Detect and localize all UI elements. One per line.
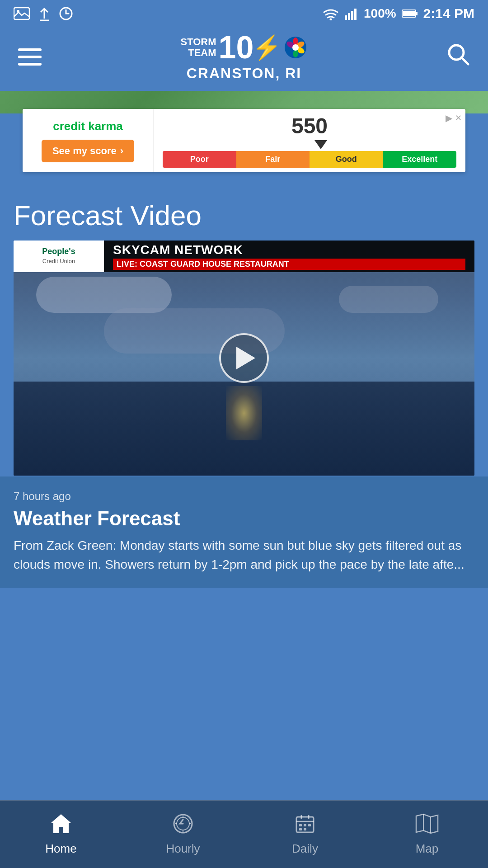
peoples-logo-container: People's Credit Union (14, 241, 104, 272)
bottom-nav-spacer (0, 588, 488, 656)
peoples-name: People's (42, 247, 75, 256)
wifi-icon (322, 7, 339, 20)
hamburger-line-3 (18, 63, 42, 66)
status-bar-icons (14, 6, 73, 21)
home-icon-svg (50, 813, 72, 834)
svg-rect-6 (345, 15, 347, 20)
home-icon (50, 813, 72, 839)
play-triangle-icon (236, 347, 255, 369)
app-header: STORM TEAM 10 ⚡ CRANSTON, RI (0, 27, 488, 91)
article-title: Weather Forecast (14, 507, 474, 530)
ad-close-button[interactable]: ▶ ✕ (446, 113, 462, 123)
svg-marker-23 (51, 814, 71, 833)
credit-karma-logo: credit karma (53, 119, 123, 133)
forecast-title: Forecast Video (14, 199, 474, 231)
bottom-navigation: Home Hourly (0, 800, 488, 868)
nav-map-label: Map (416, 842, 439, 856)
svg-point-5 (329, 19, 332, 21)
svg-rect-0 (14, 8, 29, 19)
see-score-button[interactable]: See my score › (42, 140, 134, 162)
forecast-section: Forecast Video People's Credit Union SKY… (0, 177, 488, 476)
score-bar-excellent: Excellent (383, 151, 457, 168)
ad-right-section: ▶ ✕ 550 Poor Fair Good Excellent (154, 109, 465, 172)
menu-button[interactable] (18, 48, 42, 66)
battery-icon (402, 9, 418, 19)
svg-rect-36 (308, 824, 311, 826)
map-icon (415, 813, 439, 839)
hourly-icon-svg (173, 813, 193, 834)
nav-hourly-label: Hourly (166, 842, 200, 856)
video-sun-reflection (226, 386, 262, 440)
see-score-arrow: › (120, 145, 123, 157)
score-bar-poor: Poor (163, 151, 236, 168)
image-icon (14, 7, 30, 20)
daily-icon (295, 813, 315, 839)
svg-point-20 (292, 44, 299, 51)
article-timestamp: 7 hours ago (14, 490, 474, 503)
search-button[interactable] (446, 42, 470, 71)
logo-text-group: STORM TEAM 10 ⚡ (181, 32, 308, 63)
score-indicator-arrow (314, 140, 327, 149)
ad-left-section: credit karma See my score › (23, 109, 154, 172)
storm-team-label: STORM TEAM (181, 37, 216, 58)
article-section[interactable]: 7 hours ago Weather Forecast From Zack G… (0, 476, 488, 588)
svg-marker-39 (416, 814, 438, 833)
search-icon-svg (446, 42, 470, 66)
skycam-banner-text: SKYCAM NETWORK LIVE: COAST GUARD HOUSE R… (104, 241, 474, 272)
credit-union-text: Credit Union (42, 258, 75, 264)
svg-line-22 (461, 57, 468, 64)
hamburger-line-1 (18, 48, 42, 51)
see-score-label: See my score (52, 145, 117, 157)
app-logo: STORM TEAM 10 ⚡ CRANSTON, RI (181, 32, 308, 82)
hamburger-line-2 (18, 56, 42, 58)
nav-hourly[interactable]: Hourly (122, 813, 244, 856)
channel-number: 10 (219, 32, 254, 63)
nav-home-label: Home (45, 842, 76, 856)
svg-rect-12 (416, 12, 418, 15)
ad-close-x[interactable]: ✕ (455, 113, 462, 123)
nbc-peacock-icon (284, 36, 307, 59)
time-display: 2:14 PM (423, 6, 474, 21)
svg-rect-35 (304, 824, 306, 826)
nav-daily[interactable]: Daily (244, 813, 366, 856)
ad-badge-icon: ▶ (446, 113, 452, 123)
score-bar: Poor Fair Good Excellent (163, 151, 456, 168)
daily-icon-svg (295, 813, 315, 834)
map-icon-svg (415, 813, 439, 834)
skycam-live-location: LIVE: COAST GUARD HOUSE RESTAURANT (113, 259, 465, 270)
signal-icon (345, 7, 358, 20)
video-play-button[interactable] (219, 333, 269, 383)
nav-map[interactable]: Map (366, 813, 488, 856)
location-label: CRANSTON, RI (187, 65, 302, 82)
peoples-text: People's Credit Union (42, 247, 75, 265)
svg-rect-7 (348, 13, 350, 20)
forecast-video[interactable]: People's Credit Union SKYCAM NETWORK LIV… (14, 241, 474, 476)
hourly-icon (173, 813, 193, 839)
skycam-title: SKYCAM NETWORK (113, 243, 465, 257)
sync-icon (59, 6, 73, 21)
video-cloud-1 (36, 277, 172, 313)
svg-rect-11 (403, 11, 415, 16)
video-cloud-2 (339, 286, 438, 313)
svg-rect-34 (299, 824, 302, 826)
nav-home[interactable]: Home (0, 813, 122, 856)
svg-rect-9 (354, 9, 357, 20)
score-bar-good: Good (310, 151, 383, 168)
upload-icon (38, 6, 51, 21)
battery-text: 100% (364, 6, 396, 21)
video-banner: People's Credit Union SKYCAM NETWORK LIV… (14, 241, 474, 272)
svg-rect-37 (299, 828, 302, 830)
team-word: TEAM (181, 47, 216, 58)
storm-word: STORM (181, 37, 216, 47)
article-excerpt: From Zack Green: Monday starts with some… (14, 536, 474, 574)
status-bar-right: 100% 2:14 PM (322, 6, 474, 21)
svg-rect-8 (351, 11, 353, 20)
credit-score-number: 550 (291, 113, 328, 138)
status-bar: 100% 2:14 PM (0, 0, 488, 27)
lightning-icon: ⚡ (252, 34, 282, 61)
score-bar-fair: Fair (236, 151, 310, 168)
ad-banner[interactable]: credit karma See my score › ▶ ✕ 550 Poor… (23, 109, 465, 172)
nav-daily-label: Daily (292, 842, 318, 856)
svg-rect-38 (304, 828, 306, 830)
